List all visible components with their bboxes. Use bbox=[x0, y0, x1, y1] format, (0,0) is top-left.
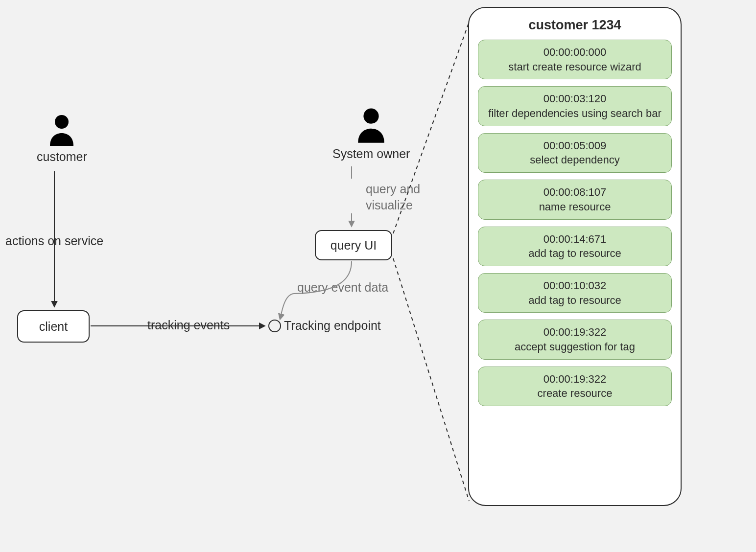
person-icon bbox=[352, 106, 390, 144]
timeline-title: customer 1234 bbox=[478, 18, 672, 33]
timeline-event: 00:00:19:322 accept suggestion for tag bbox=[478, 320, 672, 359]
node-tracking-endpoint: Tracking endpoint bbox=[284, 319, 381, 333]
node-query-ui-label: query UI bbox=[331, 238, 377, 253]
node-client: client bbox=[17, 310, 90, 343]
svg-line-8 bbox=[393, 258, 469, 501]
event-timestamp: 00:00:00:000 bbox=[487, 45, 662, 60]
timeline-event: 00:00:00:000 start create resource wizar… bbox=[478, 40, 672, 79]
node-client-label: client bbox=[39, 320, 68, 334]
event-timestamp: 00:00:08:107 bbox=[487, 185, 662, 200]
timeline-event: 00:00:05:009 select dependency bbox=[478, 133, 672, 173]
svg-point-4 bbox=[269, 320, 281, 332]
event-label: filter dependencies using search bar bbox=[488, 107, 661, 119]
actor-system-owner: System owner bbox=[332, 106, 410, 161]
event-label: select dependency bbox=[530, 154, 619, 166]
event-timestamp: 00:00:19:322 bbox=[487, 372, 662, 387]
edge-tracking-events: tracking events bbox=[147, 318, 230, 332]
svg-point-0 bbox=[55, 115, 69, 129]
event-timestamp: 00:00:19:322 bbox=[487, 325, 662, 340]
timeline-event: 00:00:03:120 filter dependencies using s… bbox=[478, 86, 672, 126]
event-label: add tag to resource bbox=[528, 247, 621, 259]
event-timestamp: 00:00:05:009 bbox=[487, 138, 662, 153]
node-query-ui: query UI bbox=[315, 230, 392, 260]
timeline-panel: customer 1234 00:00:00:000 start create … bbox=[468, 7, 682, 506]
event-label: accept suggestion for tag bbox=[515, 341, 635, 353]
actor-customer: customer bbox=[37, 113, 87, 164]
edge-query-event-data: query event data bbox=[297, 280, 388, 295]
timeline-event: 00:00:19:322 create resource bbox=[478, 367, 672, 406]
event-label: start create resource wizard bbox=[508, 61, 641, 73]
timeline-event: 00:00:10:032 add tag to resource bbox=[478, 273, 672, 313]
person-icon bbox=[45, 113, 79, 147]
event-label: create resource bbox=[538, 387, 613, 399]
diagram-canvas: customer System owner client query UI Tr… bbox=[0, 0, 756, 552]
node-tracking-endpoint-label: Tracking endpoint bbox=[284, 319, 381, 332]
event-label: name resource bbox=[539, 201, 611, 213]
actor-customer-label: customer bbox=[37, 150, 87, 164]
event-timestamp: 00:00:14:671 bbox=[487, 232, 662, 247]
edge-actions-on-service: actions on service bbox=[5, 234, 103, 248]
actor-system-owner-label: System owner bbox=[332, 147, 410, 161]
svg-point-1 bbox=[364, 109, 379, 124]
timeline-event: 00:00:14:671 add tag to resource bbox=[478, 227, 672, 266]
event-timestamp: 00:00:03:120 bbox=[487, 92, 662, 106]
event-timestamp: 00:00:10:032 bbox=[487, 278, 662, 293]
timeline-event: 00:00:08:107 name resource bbox=[478, 180, 672, 219]
timeline-list: 00:00:00:000 start create resource wizar… bbox=[478, 40, 672, 406]
event-label: add tag to resource bbox=[528, 294, 621, 306]
edge-query-and-visualize: query and visualize bbox=[366, 181, 420, 213]
